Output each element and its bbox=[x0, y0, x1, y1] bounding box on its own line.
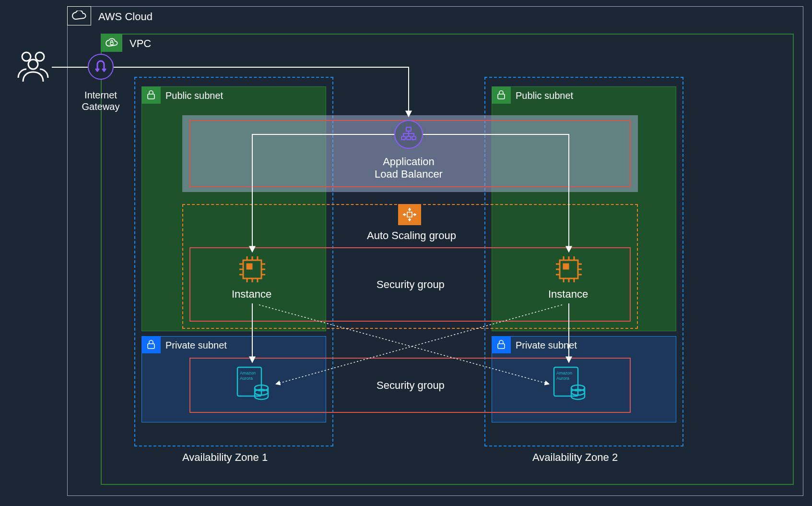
svg-rect-5 bbox=[498, 94, 505, 99]
alb-label: Application Load Balancer bbox=[375, 156, 443, 181]
db-sg-label: Security group bbox=[377, 379, 445, 392]
internet-gateway-icon bbox=[88, 54, 114, 80]
public-subnet-1-label: Public subnet bbox=[165, 90, 223, 101]
internet-gateway-label: Internet Gateway bbox=[82, 89, 120, 112]
private-subnet-2-label: Private subnet bbox=[516, 340, 577, 351]
asg-label: Auto Scaling group bbox=[367, 229, 456, 242]
lock-icon bbox=[497, 340, 506, 349]
instance-sg-label: Security group bbox=[377, 278, 445, 291]
instance-1-label: Instance bbox=[232, 288, 271, 301]
aws-cloud-label: AWS Cloud bbox=[98, 11, 153, 23]
public-subnet-2-badge bbox=[492, 86, 511, 104]
private-subnet-2-badge bbox=[492, 336, 511, 353]
auto-scaling-icon bbox=[402, 207, 417, 222]
vpc-badge bbox=[101, 34, 122, 52]
svg-text:Amazon: Amazon bbox=[240, 371, 256, 375]
svg-rect-9 bbox=[412, 136, 416, 140]
aurora-2-icon: AmazonAurora bbox=[552, 365, 588, 403]
svg-rect-3 bbox=[110, 42, 113, 45]
public-subnet-1-badge bbox=[141, 86, 161, 104]
svg-point-2 bbox=[28, 60, 38, 69]
svg-rect-6 bbox=[406, 127, 411, 131]
load-balancer-icon bbox=[394, 120, 423, 149]
asg-badge bbox=[398, 204, 421, 225]
ec2-instance-2-icon bbox=[554, 254, 584, 284]
lock-icon bbox=[147, 340, 155, 349]
svg-rect-39 bbox=[148, 344, 154, 349]
svg-rect-10 bbox=[407, 212, 412, 217]
svg-rect-7 bbox=[401, 136, 405, 140]
svg-text:Aurora: Aurora bbox=[556, 376, 569, 381]
svg-rect-40 bbox=[498, 344, 505, 349]
private-subnet-1-label: Private subnet bbox=[165, 340, 227, 351]
private-subnet-1-badge bbox=[141, 336, 161, 353]
vpc-icon bbox=[105, 37, 119, 48]
az1-label: Availability Zone 1 bbox=[182, 451, 268, 464]
svg-rect-4 bbox=[148, 94, 154, 99]
instance-2-label: Instance bbox=[548, 288, 588, 301]
lock-icon bbox=[147, 90, 155, 100]
vpc-label: VPC bbox=[129, 37, 151, 50]
svg-point-1 bbox=[35, 52, 44, 61]
svg-rect-38 bbox=[564, 264, 568, 269]
az2-label: Availability Zone 2 bbox=[532, 451, 618, 464]
svg-point-0 bbox=[22, 52, 31, 61]
cloud-icon bbox=[71, 11, 87, 21]
users-icon bbox=[14, 48, 52, 82]
public-subnet-2-label: Public subnet bbox=[516, 90, 573, 101]
svg-rect-8 bbox=[407, 136, 411, 140]
ec2-instance-1-icon bbox=[237, 254, 267, 284]
aurora-1-icon: AmazonAurora bbox=[235, 365, 271, 403]
svg-text:Amazon: Amazon bbox=[556, 371, 572, 375]
lock-icon bbox=[497, 90, 506, 100]
svg-rect-24 bbox=[247, 264, 252, 269]
svg-text:Aurora: Aurora bbox=[240, 376, 253, 381]
cloud-badge bbox=[67, 6, 91, 25]
